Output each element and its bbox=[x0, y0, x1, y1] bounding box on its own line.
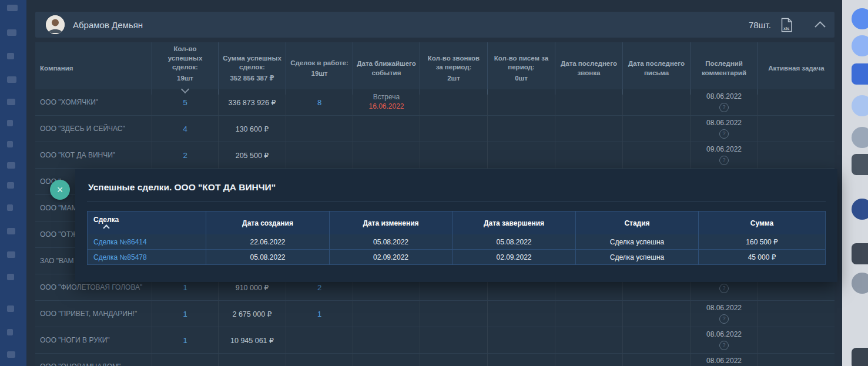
active-task-cell bbox=[758, 116, 835, 142]
xls-export-icon[interactable]: xls bbox=[780, 18, 793, 32]
company-cell: ООО "НОГИ В РУКИ" bbox=[35, 327, 152, 353]
table-row: ООО "КОТ ДА ВИНЧИ"2205 500 ₽09.06.2022? bbox=[35, 142, 835, 169]
sidebar-glyph bbox=[7, 162, 15, 169]
modal-column-deal[interactable]: Сделка bbox=[88, 211, 206, 234]
sidebar-glyph bbox=[7, 351, 15, 358]
manager-card-header[interactable]: Абрамов Демьян 78шт. xls bbox=[35, 12, 835, 38]
column-header-active-task[interactable]: Активная задача bbox=[758, 42, 835, 95]
taskbar-app-icon[interactable] bbox=[852, 63, 868, 85]
last-call-cell bbox=[555, 89, 623, 115]
success-count-link[interactable]: 1 bbox=[183, 336, 187, 345]
in-work-link[interactable]: 8 bbox=[317, 98, 321, 107]
taskbar-app-icon[interactable] bbox=[852, 127, 868, 148]
company-name[interactable]: ООО "ОНОВАМНАДОМ" bbox=[40, 362, 120, 366]
next-event-cell bbox=[353, 116, 420, 142]
companies-table-header: КомпанияКол-во успешных сделок:19штСумма… bbox=[35, 42, 835, 89]
modal-title: Успешные сделки. ООО "КОТ ДА ВИНЧИ" bbox=[75, 169, 837, 201]
company-name[interactable]: ООО "ХОМЯЧКИ" bbox=[40, 98, 98, 106]
last-letter-cell bbox=[623, 327, 691, 353]
company-name[interactable]: ООО "МАМ bbox=[40, 204, 78, 212]
company-name[interactable]: ООО "ПРИВЕТ, МАНДАРИН!" bbox=[40, 310, 137, 318]
column-header-last-letter[interactable]: Дата последнего письма bbox=[623, 42, 691, 95]
modal-column-created[interactable]: Дата создания bbox=[206, 211, 330, 234]
column-header-last-call[interactable]: Дата последнего звонка bbox=[555, 42, 623, 95]
deal-link[interactable]: Сделка №85478 bbox=[93, 253, 147, 261]
company-cell: ООО "КОТ ДА ВИНЧИ" bbox=[35, 142, 152, 168]
column-header-company[interactable]: Компания bbox=[35, 42, 152, 95]
taskbar-app-icon[interactable] bbox=[852, 243, 868, 264]
letters-cell bbox=[488, 142, 555, 168]
company-name[interactable]: ООО "ЗДЕСЬ И СЕЙЧАС" bbox=[40, 125, 125, 133]
table-row: ООО "ЗДЕСЬ И СЕЙЧАС"4130 600 ₽08.06.2022… bbox=[35, 116, 835, 142]
company-name[interactable]: ООО "ФИОЛЕТОВАЯ ГОЛОВА" bbox=[40, 283, 142, 291]
taskbar-app-icon[interactable] bbox=[852, 95, 868, 116]
letters-cell bbox=[488, 354, 555, 366]
sidebar-glyph bbox=[7, 251, 15, 258]
last-comment-cell: 08.06.2022? bbox=[691, 301, 758, 327]
active-task-cell bbox=[758, 301, 835, 327]
deal-cell: Сделка №86414 bbox=[88, 234, 206, 249]
event-date: 16.06.2022 bbox=[368, 102, 404, 112]
deal-link[interactable]: Сделка №86414 bbox=[93, 238, 147, 246]
success-sum: 130 600 ₽ bbox=[236, 125, 269, 133]
success-count-link[interactable]: 2 bbox=[183, 151, 187, 160]
success-count-link[interactable]: 5 bbox=[183, 98, 187, 107]
success-sum: 2 675 000 ₽ bbox=[232, 310, 272, 318]
in-work-cell bbox=[286, 327, 353, 353]
modal-column-stage[interactable]: Стадия bbox=[576, 211, 699, 234]
collapse-chevron-icon[interactable] bbox=[816, 21, 824, 29]
taskbar-app-icon[interactable] bbox=[852, 154, 868, 175]
company-name[interactable]: ООО "КОТ ДА ВИНЧИ" bbox=[40, 151, 115, 159]
comment-tooltip-icon[interactable]: ? bbox=[719, 341, 729, 350]
next-event-cell bbox=[353, 327, 420, 353]
in-work-cell bbox=[286, 142, 353, 168]
column-value: 0шт bbox=[515, 74, 528, 83]
company-name[interactable]: ООО "НОГИ В РУКИ" bbox=[40, 336, 110, 344]
sidebar-glyph bbox=[7, 5, 18, 11]
success-count-link[interactable]: 1 bbox=[183, 310, 187, 318]
card-header-actions: 78шт. xls bbox=[749, 18, 824, 32]
column-header-last-comment[interactable]: Последний комментарий bbox=[691, 42, 758, 95]
taskbar-app-icon[interactable] bbox=[852, 199, 868, 220]
company-name[interactable]: ООО "ОТЖ bbox=[40, 230, 77, 239]
company-cell: ООО "ПРИВЕТ, МАНДАРИН!" bbox=[35, 301, 152, 327]
taskbar-app-icon[interactable] bbox=[852, 348, 868, 366]
last-letter-cell bbox=[623, 354, 691, 366]
modal-column-sum[interactable]: Сумма bbox=[699, 211, 825, 234]
active-task-cell bbox=[758, 89, 835, 115]
sidebar-glyph bbox=[7, 274, 14, 280]
calls-cell bbox=[420, 301, 488, 327]
comment-tooltip-icon[interactable]: ? bbox=[719, 103, 729, 112]
taskbar-app-icon[interactable] bbox=[852, 8, 868, 29]
left-sidebar bbox=[0, 0, 26, 366]
comment-tooltip-icon[interactable]: ? bbox=[719, 129, 729, 139]
column-header-success-deals[interactable]: Кол-во успешных сделок:19шт bbox=[152, 42, 219, 95]
success-count-link[interactable]: 1 bbox=[183, 283, 187, 292]
column-label: Дата последнего звонка bbox=[559, 59, 619, 78]
column-header-in-work[interactable]: Сделок в работе:19шт bbox=[286, 42, 353, 95]
comment-tooltip-icon[interactable]: ? bbox=[719, 156, 729, 165]
taskbar-app-icon[interactable] bbox=[852, 273, 868, 294]
sort-up-icon[interactable] bbox=[103, 224, 109, 231]
column-header-next-event[interactable]: Дата ближайшего события bbox=[353, 42, 420, 95]
modal-column-finished[interactable]: Дата завершения bbox=[453, 211, 576, 234]
last-call-cell bbox=[555, 354, 623, 366]
column-header-calls-count[interactable]: Кол-во звонков за период:2шт bbox=[420, 42, 488, 95]
modal-column-label: Сделка bbox=[93, 216, 119, 224]
in-work-link[interactable]: 2 bbox=[317, 283, 321, 292]
modal-close-button[interactable]: × bbox=[50, 180, 70, 200]
modal-column-modified[interactable]: Дата изменения bbox=[330, 211, 453, 234]
company-name[interactable]: ЗАО "ВАМ bbox=[40, 257, 74, 265]
sidebar-glyph bbox=[7, 141, 13, 147]
comment-tooltip-icon[interactable]: ? bbox=[719, 284, 729, 293]
taskbar-app-icon[interactable] bbox=[852, 35, 868, 56]
column-header-letters-count[interactable]: Кол-во писем за период:0шт bbox=[488, 42, 555, 95]
column-label: Последний комментарий bbox=[694, 59, 754, 78]
success-sum: 910 000 ₽ bbox=[236, 283, 269, 292]
table-row: ООО "ОНОВАМНАДОМ"08.06.2022? bbox=[35, 354, 835, 366]
in-work-link[interactable]: 1 bbox=[317, 310, 321, 318]
success-count-link[interactable]: 4 bbox=[183, 125, 187, 133]
column-header-success-sum[interactable]: Сумма успешных сделок:352 856 387 ₽ bbox=[219, 42, 286, 95]
comment-tooltip-icon[interactable]: ? bbox=[719, 314, 729, 324]
sidebar-glyph bbox=[7, 329, 13, 335]
